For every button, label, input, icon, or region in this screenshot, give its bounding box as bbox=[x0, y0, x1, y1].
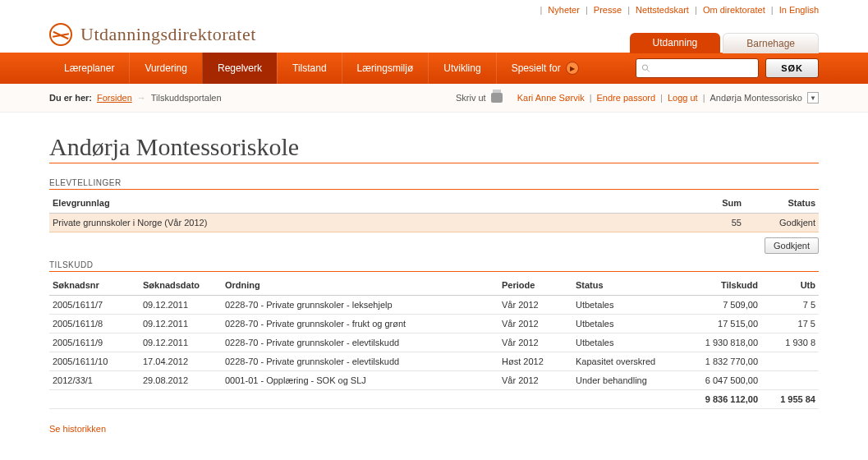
nav-search: SØK bbox=[636, 53, 868, 84]
cell-status: Utbetales bbox=[572, 296, 679, 315]
col-elevgrunnlag: Elevgrunnlag bbox=[49, 193, 679, 214]
cell-utb: 1 930 8 bbox=[761, 334, 819, 352]
tilskudd-table: Søknadsnr Søknadsdato Ordning Periode St… bbox=[49, 275, 819, 409]
breadcrumb-prefix: Du er her: bbox=[49, 93, 92, 103]
elev-row[interactable]: Private grunnskoler i Norge (Vår 2012) 5… bbox=[49, 214, 819, 232]
tab-barnehage[interactable]: Barnehage bbox=[723, 33, 819, 53]
change-password[interactable]: Endre passord bbox=[597, 93, 656, 103]
cell-periode: Vår 2012 bbox=[498, 315, 572, 334]
section-elevtellinger: ELEVTELLINGER bbox=[49, 178, 819, 190]
top-links: | Nyheter | Presse | Nettstedskart | Om … bbox=[0, 0, 868, 15]
total-tilskudd: 9 836 112,00 bbox=[679, 390, 761, 409]
cell-dato: 09.12.2011 bbox=[140, 334, 222, 352]
main-nav: Læreplaner Vurdering Regelverk Tilstand … bbox=[0, 53, 868, 84]
page-title: Andørja Montessoriskole bbox=[49, 133, 819, 163]
cell-utb: 7 5 bbox=[761, 296, 819, 315]
toplink-om[interactable]: Om direktoratet bbox=[703, 5, 765, 15]
nav-laereplaner[interactable]: Læreplaner bbox=[49, 53, 129, 84]
search-icon bbox=[641, 63, 650, 73]
arrow-icon: → bbox=[137, 93, 146, 103]
cell-dato: 09.12.2011 bbox=[140, 296, 222, 315]
nav-spesielt-for[interactable]: Spesielt for ▶ bbox=[496, 53, 594, 84]
brand-text: Utdanningsdirektoratet bbox=[80, 24, 256, 45]
col-soknadsnr: Søknadsnr bbox=[49, 275, 140, 296]
svg-point-0 bbox=[642, 65, 647, 70]
table-row[interactable]: 2005/1611/809.12.20110228-70 - Private g… bbox=[49, 315, 819, 334]
cell-status: Utbetales bbox=[572, 315, 679, 334]
total-row: 9 836 112,00 1 955 84 bbox=[49, 390, 819, 409]
total-utb: 1 955 84 bbox=[761, 390, 819, 409]
col-tilskudd: Tilskudd bbox=[679, 275, 761, 296]
crumb-bar: Du er her: Forsiden → Tilskuddsportalen … bbox=[0, 84, 868, 113]
search-input[interactable] bbox=[654, 63, 753, 73]
elev-grunnlag: Private grunnskoler i Norge (Vår 2012) bbox=[49, 214, 679, 232]
user-name[interactable]: Kari Anne Sørvik bbox=[517, 93, 585, 103]
cell-status: Utbetales bbox=[572, 334, 679, 352]
cell-status: Under behandling bbox=[572, 371, 679, 390]
cell-nr: 2005/1611/7 bbox=[49, 296, 140, 315]
cell-dato: 09.12.2011 bbox=[140, 315, 222, 334]
cell-tilskudd: 17 515,00 bbox=[679, 315, 761, 334]
cell-ordning: 0228-70 - Private grunnskoler - leksehje… bbox=[222, 296, 498, 315]
cell-dato: 29.08.2012 bbox=[140, 371, 222, 390]
search-button[interactable]: SØK bbox=[765, 58, 819, 78]
print-icon[interactable] bbox=[491, 93, 503, 103]
col-status-t: Status bbox=[572, 275, 679, 296]
logo-icon bbox=[49, 23, 72, 46]
cell-status: Kapasitet overskred bbox=[572, 352, 679, 371]
header: Utdanningsdirektoratet Utdanning Barneha… bbox=[0, 15, 868, 53]
nav-laringsmiljo[interactable]: Læringsmiljø bbox=[342, 53, 429, 84]
cell-ordning: 0228-70 - Private grunnskoler - frukt og… bbox=[222, 315, 498, 334]
cell-tilskudd: 6 047 500,00 bbox=[679, 371, 761, 390]
cell-periode: Høst 2012 bbox=[498, 352, 572, 371]
cell-utb bbox=[761, 371, 819, 390]
col-utb: Utb bbox=[761, 275, 819, 296]
nav-tilstand[interactable]: Tilstand bbox=[277, 53, 342, 84]
cell-utb: 17 5 bbox=[761, 315, 819, 334]
table-row[interactable]: 2005/1611/709.12.20110228-70 - Private g… bbox=[49, 296, 819, 315]
tab-utdanning[interactable]: Utdanning bbox=[630, 33, 721, 53]
toplink-presse[interactable]: Presse bbox=[594, 5, 622, 15]
logout[interactable]: Logg ut bbox=[668, 93, 698, 103]
col-sum: Sum bbox=[679, 193, 745, 214]
table-row[interactable]: 2005/1611/1017.04.20120228-70 - Private … bbox=[49, 352, 819, 371]
cell-tilskudd: 1 832 770,00 bbox=[679, 352, 761, 371]
col-ordning: Ordning bbox=[222, 275, 498, 296]
table-row[interactable]: 2005/1611/909.12.20110228-70 - Private g… bbox=[49, 334, 819, 352]
toplink-nyheter[interactable]: Nyheter bbox=[548, 5, 580, 15]
print-label[interactable]: Skriv ut bbox=[456, 93, 486, 103]
cell-nr: 2005/1611/8 bbox=[49, 315, 140, 334]
cell-nr: 2005/1611/10 bbox=[49, 352, 140, 371]
cell-nr: 2005/1611/9 bbox=[49, 334, 140, 352]
cell-periode: Vår 2012 bbox=[498, 371, 572, 390]
cell-dato: 17.04.2012 bbox=[140, 352, 222, 371]
section-tabs: Utdanning Barnehage bbox=[627, 33, 819, 53]
content: Andørja Montessoriskole ELEVTELLINGER El… bbox=[0, 113, 868, 450]
cell-utb bbox=[761, 352, 819, 371]
cell-periode: Vår 2012 bbox=[498, 296, 572, 315]
nav-spesielt-label: Spesielt for bbox=[512, 62, 561, 74]
cell-ordning: 0228-70 - Private grunnskoler - elevtils… bbox=[222, 334, 498, 352]
cell-tilskudd: 7 509,00 bbox=[679, 296, 761, 315]
section-tilskudd: TILSKUDD bbox=[49, 260, 819, 272]
table-row[interactable]: 2012/33/129.08.20120001-01 - Opplæring -… bbox=[49, 371, 819, 390]
godkjent-button[interactable]: Godkjent bbox=[765, 237, 819, 254]
org-name: Andørja Montessorisko bbox=[710, 93, 803, 103]
org-dropdown-icon[interactable]: ▼ bbox=[807, 92, 819, 104]
cell-ordning: 0228-70 - Private grunnskoler - elevtils… bbox=[222, 352, 498, 371]
elev-status: Godkjent bbox=[745, 214, 819, 232]
breadcrumb-home[interactable]: Forsiden bbox=[97, 93, 132, 103]
elev-sum: 55 bbox=[679, 214, 745, 232]
toplink-english[interactable]: In English bbox=[779, 5, 819, 15]
col-status: Status bbox=[745, 193, 819, 214]
chevron-down-icon: ▶ bbox=[566, 62, 579, 75]
col-soknadsdato: Søknadsdato bbox=[140, 275, 222, 296]
cell-periode: Vår 2012 bbox=[498, 334, 572, 352]
breadcrumb-current: Tilskuddsportalen bbox=[151, 93, 222, 103]
search-box[interactable] bbox=[636, 58, 759, 78]
nav-regelverk[interactable]: Regelverk bbox=[202, 53, 277, 84]
nav-utvikling[interactable]: Utvikling bbox=[428, 53, 495, 84]
toplink-nettstedskart[interactable]: Nettstedskart bbox=[636, 5, 689, 15]
nav-vurdering[interactable]: Vurdering bbox=[129, 53, 202, 84]
historikk-link[interactable]: Se historikken bbox=[49, 424, 106, 434]
